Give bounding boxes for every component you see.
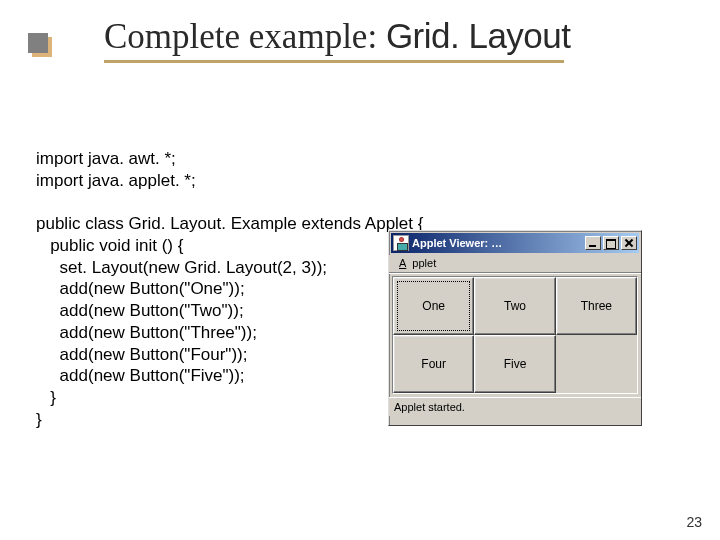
- code-line: set. Layout(new Grid. Layout(2, 3));: [36, 258, 327, 277]
- window-titlebar[interactable]: Applet Viewer: …: [391, 233, 639, 253]
- empty-grid-cell: [556, 335, 637, 393]
- code-line: add(new Button("Two"));: [36, 301, 244, 320]
- close-button[interactable]: [621, 236, 637, 250]
- page-number: 23: [686, 514, 702, 530]
- code-line: add(new Button("Four"));: [36, 345, 247, 364]
- button-one[interactable]: One: [393, 277, 474, 335]
- window-title: Applet Viewer: …: [412, 237, 583, 249]
- button-three[interactable]: Three: [556, 277, 637, 335]
- code-line: public class Grid. Layout. Example exten…: [36, 214, 423, 233]
- java-applet-icon: [393, 235, 409, 251]
- menu-item-applet-text: pplet: [406, 256, 442, 270]
- slide-title-main: Grid. Layout: [386, 16, 571, 55]
- maximize-button[interactable]: [603, 236, 619, 250]
- button-four[interactable]: Four: [393, 335, 474, 393]
- applet-viewer-window[interactable]: Applet Viewer: … Applet One Two Three Fo…: [388, 230, 642, 426]
- slide-accent-square: [28, 33, 48, 53]
- window-controls: [583, 236, 637, 250]
- grid-layout-container: One Two Three Four Five: [393, 277, 637, 393]
- menu-item-applet[interactable]: Applet: [393, 256, 448, 270]
- code-line: }: [36, 410, 42, 429]
- code-line: add(new Button("One"));: [36, 279, 245, 298]
- code-line: add(new Button("Three"));: [36, 323, 257, 342]
- code-line: public void init () {: [36, 236, 183, 255]
- button-two[interactable]: Two: [474, 277, 555, 335]
- code-line: }: [36, 388, 56, 407]
- code-line: import java. applet. *;: [36, 171, 196, 190]
- applet-client-area: One Two Three Four Five: [392, 276, 638, 394]
- code-line: import java. awt. *;: [36, 149, 176, 168]
- slide-title-prefix: Complete example:: [104, 17, 386, 56]
- code-block: import java. awt. *; import java. applet…: [36, 126, 423, 452]
- slide-title: Complete example: Grid. Layout: [104, 16, 571, 57]
- button-five[interactable]: Five: [474, 335, 555, 393]
- title-underline: [104, 60, 564, 63]
- slide: Complete example: Grid. Layout import ja…: [0, 0, 720, 540]
- menu-bar: Applet: [389, 255, 641, 273]
- code-line: add(new Button("Five"));: [36, 366, 245, 385]
- minimize-button[interactable]: [585, 236, 601, 250]
- applet-status-bar: Applet started.: [389, 397, 641, 416]
